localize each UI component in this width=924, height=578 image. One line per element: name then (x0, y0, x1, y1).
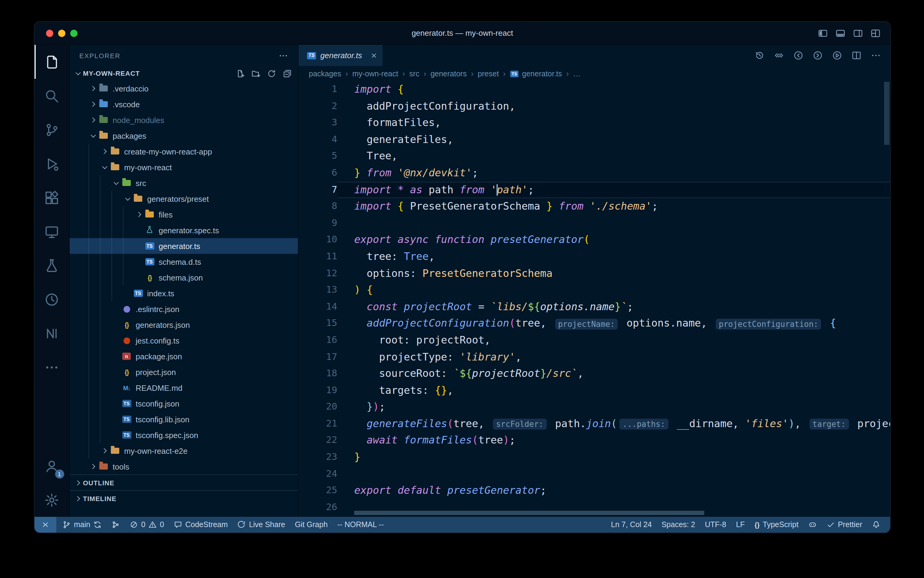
code-line-21[interactable]: 21 generateFiles(tree, srcFolder: path.j… (298, 416, 890, 432)
views-more-actions-icon[interactable] (278, 50, 288, 60)
code-line-18[interactable]: 18 sourceRoot: `${projectRoot}/src`, (298, 365, 890, 382)
tree-item-vscode[interactable]: .vscode (70, 96, 298, 112)
tree-item-package-json[interactable]: npackage.json (70, 348, 298, 364)
tree-item-generators-preset[interactable]: generators/preset (70, 191, 298, 206)
tree-item-tsconfig-spec-json[interactable]: TStsconfig.spec.json (70, 427, 298, 443)
editor-more-actions-icon[interactable] (871, 50, 881, 60)
activity-bar-item-more-views[interactable] (34, 350, 70, 384)
new-folder-icon[interactable] (251, 69, 261, 78)
timeline-icon[interactable] (754, 50, 765, 60)
tree-item-jest-config-ts[interactable]: jest.config.ts (70, 333, 298, 348)
tree-item-node-modules[interactable]: node_modules (70, 112, 298, 128)
code-line-7[interactable]: 7import * as path from 'path'; (298, 182, 890, 198)
tree-item-my-own-react[interactable]: my-own-react (70, 159, 298, 175)
tree-item-verdaccio[interactable]: .verdaccio (70, 81, 298, 96)
breadcrumb-item-preset[interactable]: preset (478, 69, 499, 78)
collapse-folders-icon[interactable] (283, 69, 292, 78)
code-line-13[interactable]: 13) { (298, 282, 890, 299)
status-indentation[interactable]: Spaces: 2 (657, 517, 700, 533)
code-line-15[interactable]: 15 addProjectConfiguration(tree, project… (298, 315, 890, 332)
tree-item-readme-md[interactable]: M↓README.md (70, 380, 298, 396)
tree-item-eslintrc-json[interactable]: .eslintrc.json (70, 301, 298, 317)
close-window-button[interactable] (46, 29, 53, 37)
activity-bar-item-remote-explorer[interactable] (34, 214, 70, 248)
close-tab-icon[interactable]: × (371, 50, 377, 60)
tree-item-tsconfig-lib-json[interactable]: TStsconfig.lib.json (70, 411, 298, 427)
code-line-8[interactable]: 8import { PresetGeneratorSchema } from '… (298, 198, 890, 215)
code-line-14[interactable]: 14 const projectRoot = `libs/${options.n… (298, 299, 890, 315)
activity-bar-item-source-control[interactable] (34, 113, 70, 147)
explorer-section-root[interactable]: MY-OWN-REACT (70, 66, 298, 81)
status-live-share[interactable]: Live Share (233, 517, 290, 533)
outline-panel-header[interactable]: OUTLINE (70, 474, 298, 490)
status-codestream[interactable]: CodeStream (169, 517, 233, 533)
tree-item-packages[interactable]: packages (70, 128, 298, 144)
status-cursor-position[interactable]: Ln 7, Col 24 (606, 517, 657, 533)
status-eol[interactable]: LF (731, 517, 749, 533)
tab-generator-ts[interactable]: TS generator.ts × (298, 45, 384, 66)
status-prettier[interactable]: Prettier (821, 517, 867, 533)
tree-item-schema-json[interactable]: {}schema.json (70, 270, 298, 285)
tree-item-src[interactable]: src (70, 175, 298, 191)
code-line-9[interactable]: 9 (298, 215, 890, 232)
code-line-17[interactable]: 17 projectType: 'library', (298, 349, 890, 365)
status-notifications[interactable] (867, 517, 885, 533)
status-commit-graph[interactable] (107, 517, 125, 533)
status-encoding[interactable]: UTF-8 (700, 517, 731, 533)
toggle-primary-sidebar-icon[interactable] (818, 28, 828, 38)
code-line-11[interactable]: 11 tree: Tree, (298, 248, 890, 265)
horizontal-scrollbar[interactable] (354, 511, 704, 515)
code-line-20[interactable]: 20 }); (298, 399, 890, 416)
activity-bar-item-explorer[interactable] (34, 45, 70, 79)
code-line-2[interactable]: 2 addProjectConfiguration, (298, 98, 890, 115)
code-line-22[interactable]: 22 await formatFiles(tree); (298, 432, 890, 449)
status-problems[interactable]: 00 (125, 517, 169, 533)
tree-item-files[interactable]: files (70, 206, 298, 222)
code-line-25[interactable]: 25export default presetGenerator; (298, 482, 890, 499)
code-line-10[interactable]: 10export async function presetGenerator( (298, 232, 890, 248)
tree-item-tools[interactable]: tools (70, 459, 298, 474)
code-line-6[interactable]: 6} from '@nx/devkit'; (298, 165, 890, 182)
activity-bar-item-settings-gear[interactable] (34, 483, 70, 517)
vertical-scrollbar[interactable] (884, 82, 890, 145)
code-line-1[interactable]: 1import { (298, 81, 890, 98)
breadcrumb-item-my-own-react[interactable]: my-own-react (353, 69, 398, 78)
code-line-19[interactable]: 19 targets: {}, (298, 382, 890, 399)
activity-bar-item-extensions[interactable] (34, 180, 70, 214)
activity-bar-item-run-and-debug[interactable] (34, 147, 70, 180)
tree-item-schema-d-ts[interactable]: TSschema.d.ts (70, 254, 298, 270)
activity-bar-item-gitlens[interactable] (34, 283, 70, 316)
minimize-window-button[interactable] (58, 29, 65, 37)
tree-item-generator-ts[interactable]: TSgenerator.ts (70, 238, 298, 254)
code-line-24[interactable]: 24 (298, 466, 890, 482)
toggle-secondary-sidebar-icon[interactable] (853, 28, 863, 38)
code-line-5[interactable]: 5 Tree, (298, 148, 890, 165)
activity-bar-item-testing[interactable] (34, 248, 70, 283)
new-file-icon[interactable] (236, 69, 244, 78)
code-line-23[interactable]: 23} (298, 449, 890, 466)
breadcrumb-item-[interactable]: … (573, 69, 581, 78)
previous-change-icon[interactable] (793, 50, 804, 60)
breadcrumb-item-generator-ts[interactable]: TSgenerator.ts (510, 69, 562, 78)
code-line-16[interactable]: 16 root: projectRoot, (298, 332, 890, 349)
toggle-panel-icon[interactable] (836, 28, 845, 38)
tree-item-project-json[interactable]: {}project.json (70, 364, 298, 380)
status-remote-indicator[interactable] (34, 517, 56, 533)
activity-bar-item-nx-console[interactable] (34, 316, 70, 350)
status-language-mode[interactable]: {}TypeScript (749, 517, 803, 533)
customize-layout-icon[interactable] (871, 28, 880, 38)
code-line-12[interactable]: 12 options: PresetGeneratorSchema (298, 265, 890, 282)
breadcrumb-item-src[interactable]: src (409, 69, 419, 78)
open-changes-icon[interactable] (774, 50, 784, 60)
breadcrumb-item-generators[interactable]: generators (430, 69, 467, 78)
code-line-3[interactable]: 3 formatFiles, (298, 115, 890, 131)
status-vim-mode[interactable]: -- NORMAL -- (332, 517, 388, 533)
tree-item-generators-json[interactable]: {}generators.json (70, 317, 298, 333)
status-git-graph[interactable]: Git Graph (290, 517, 332, 533)
split-editor-icon[interactable] (851, 50, 862, 60)
activity-bar-item-search[interactable] (34, 79, 70, 113)
code-editor[interactable]: 1import {2 addProjectConfiguration,3 for… (298, 81, 890, 517)
tree-item-index-ts[interactable]: TSindex.ts (70, 285, 298, 301)
zoom-window-button[interactable] (70, 29, 78, 37)
status-copilot[interactable] (803, 517, 821, 533)
